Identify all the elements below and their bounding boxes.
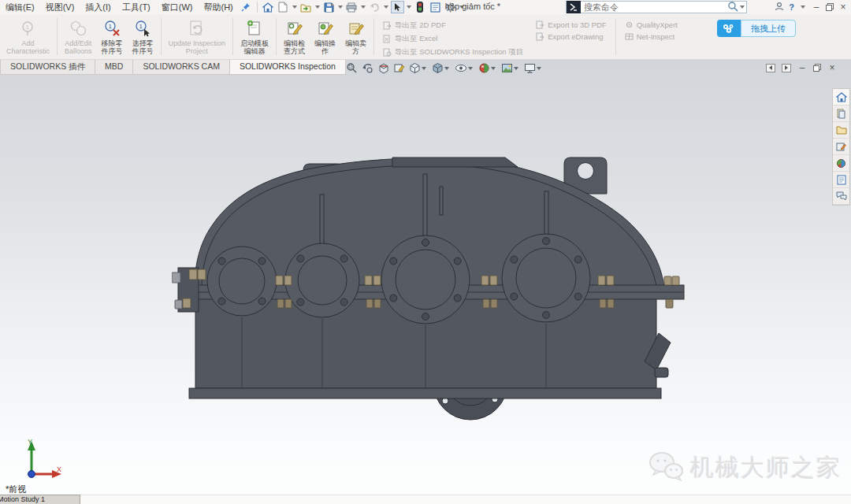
- x-axis-label: X: [57, 465, 61, 473]
- dynamic-annotation-views-icon[interactable]: [392, 61, 406, 75]
- gearbox-model[interactable]: [172, 151, 689, 424]
- ribbon-separator: [57, 18, 58, 55]
- doc-minimize-button[interactable]: –: [797, 62, 807, 73]
- save-icon[interactable]: *: [322, 1, 336, 13]
- add-characteristic-button[interactable]: 1 Add Characteristic: [2, 16, 54, 57]
- apply-scene-icon[interactable]: [500, 61, 521, 75]
- select-arrow-icon[interactable]: [391, 1, 404, 13]
- search-magnifier-icon[interactable]: [727, 1, 738, 13]
- edit-inspection-method-button[interactable]: 编辑检 查方式: [279, 16, 310, 57]
- file-properties-icon[interactable]: [429, 1, 442, 13]
- print-dropdown[interactable]: [361, 6, 366, 9]
- help-button[interactable]: ?: [789, 2, 794, 12]
- update-inspection-project-button[interactable]: Update Inspection Project: [164, 16, 231, 57]
- taskpane-view-palette-tab[interactable]: [833, 139, 849, 155]
- apply-scene-dropdown[interactable]: [514, 67, 518, 70]
- add-edit-balloons-button[interactable]: Add/Edit Balloons: [60, 16, 97, 57]
- taskpane-forum-tab[interactable]: [833, 188, 849, 205]
- remove-balloon-button[interactable]: 1 移除零 件序号: [97, 16, 128, 57]
- taskpane-home-tab[interactable]: [833, 89, 849, 106]
- select-balloon-button[interactable]: 1 选择零 件序号: [128, 16, 158, 57]
- button-label: 编辑检: [284, 39, 305, 47]
- export-2d-pdf[interactable]: 导出至 2D PDF: [383, 20, 523, 31]
- minimize-button[interactable]: –: [812, 2, 821, 13]
- button-label: 编辑操: [314, 39, 336, 47]
- new-document-dropdown[interactable]: [292, 6, 297, 9]
- command-search[interactable]: [566, 1, 747, 13]
- netdisk-upload-widget[interactable]: 拖拽上传: [717, 20, 796, 37]
- new-document-icon[interactable]: [277, 1, 290, 13]
- close-button[interactable]: ×: [838, 2, 848, 13]
- menu-bar: 编辑(E) 视图(V) 插入(I) 工具(T) 窗口(W) 帮助(H) *: [0, 0, 851, 14]
- menu-window[interactable]: 窗口(W): [156, 0, 199, 14]
- motion-study-tab[interactable]: Motion Study 1: [0, 495, 80, 504]
- export-3d-pdf[interactable]: Export to 3D PDF: [536, 20, 606, 29]
- edit-vendor-button[interactable]: 编辑卖 方: [340, 16, 371, 57]
- open-icon[interactable]: [299, 1, 313, 13]
- hide-show-items-icon[interactable]: [454, 61, 475, 75]
- previous-view-icon[interactable]: [361, 61, 374, 75]
- user-account-icon[interactable]: [775, 2, 784, 13]
- display-style-icon[interactable]: [431, 61, 452, 75]
- save-dropdown[interactable]: [338, 6, 343, 9]
- tab-mbd[interactable]: MBD: [95, 60, 133, 75]
- undo-dropdown[interactable]: [384, 6, 388, 9]
- export-edrawing[interactable]: Export eDrawing: [536, 32, 606, 41]
- help-dropdown[interactable]: [801, 6, 805, 9]
- view-orientation-icon[interactable]: [408, 61, 429, 75]
- print-icon[interactable]: [345, 1, 359, 13]
- edit-operation-button[interactable]: 编辑操 作: [310, 16, 340, 57]
- button-label: 移除零: [102, 39, 123, 47]
- drag-upload-button[interactable]: 拖拽上传: [741, 20, 796, 37]
- doc-close-button[interactable]: ×: [827, 62, 837, 73]
- view-orientation-dropdown[interactable]: [422, 67, 426, 70]
- template-editor-button[interactable]: 启动模板 编辑器: [236, 16, 273, 57]
- graphics-area[interactable]: SOLIDWORKS 插件 MBD SOLIDWORKS CAM SOLIDWO…: [0, 60, 851, 504]
- qualityxpert-button[interactable]: QualityXpert: [625, 20, 678, 29]
- edit-operation-icon: [316, 19, 335, 38]
- home-icon[interactable]: [262, 1, 275, 13]
- edit-appearance-dropdown[interactable]: [491, 67, 496, 70]
- rebuild-traffic-light-icon[interactable]: [414, 1, 427, 13]
- export-inspection-project[interactable]: 导出至 SOLIDWORKS Inspection 项目: [383, 47, 523, 57]
- taskpane-file-explorer-tab[interactable]: [833, 122, 849, 139]
- edit-appearance-icon[interactable]: [478, 61, 498, 75]
- tab-solidworks-inspection[interactable]: SOLIDWORKS Inspection: [229, 60, 346, 75]
- menu-insert[interactable]: 插入(I): [80, 0, 116, 14]
- y-axis-label: Y: [28, 438, 32, 446]
- menu-tools[interactable]: 工具(T): [117, 0, 156, 14]
- coordinate-triad: Y X: [11, 436, 66, 484]
- tab-solidworks-addins[interactable]: SOLIDWORKS 插件: [0, 60, 95, 75]
- net-inspect-button[interactable]: Net-Inspect: [625, 32, 678, 41]
- document-window-controls: – ×: [766, 62, 837, 73]
- menu-edit[interactable]: 编辑(E): [0, 0, 40, 14]
- pin-menu-icon[interactable]: [240, 1, 253, 13]
- select-dropdown[interactable]: [407, 6, 411, 9]
- tab-solidworks-cam[interactable]: SOLIDWORKS CAM: [132, 60, 229, 75]
- display-style-dropdown[interactable]: [444, 67, 449, 70]
- taskpane-appearances-tab[interactable]: [833, 155, 849, 172]
- restore-button[interactable]: [826, 3, 834, 11]
- taskpane-custom-properties-tab[interactable]: [833, 172, 849, 188]
- menu-view[interactable]: 视图(V): [40, 0, 80, 14]
- task-pane-strip: [832, 88, 850, 206]
- export-group-3d: Export to 3D PDF Export eDrawing: [530, 16, 612, 57]
- menu-help[interactable]: 帮助(H): [199, 0, 239, 14]
- search-scope-dropdown[interactable]: [740, 6, 745, 9]
- search-input[interactable]: [581, 2, 727, 12]
- solidworks-window: 编辑(E) 视图(V) 插入(I) 工具(T) 窗口(W) 帮助(H) *: [0, 0, 851, 504]
- hide-show-dropdown[interactable]: [468, 67, 473, 70]
- undo-icon[interactable]: [368, 1, 381, 13]
- doc-restore-button[interactable]: [813, 64, 821, 72]
- taskpane-design-library-tab[interactable]: [833, 106, 849, 122]
- export-label: Export eDrawing: [548, 32, 603, 41]
- view-settings-dropdown[interactable]: [537, 67, 541, 70]
- open-dropdown[interactable]: [315, 6, 320, 9]
- section-view-icon[interactable]: [377, 61, 390, 75]
- export-excel[interactable]: 导出至 Excel: [383, 34, 523, 44]
- netdisk-icon: [717, 20, 741, 37]
- view-settings-icon[interactable]: [523, 61, 544, 75]
- collapse-left-pane-button[interactable]: [766, 64, 775, 72]
- zoom-to-area-icon[interactable]: [345, 61, 359, 75]
- collapse-right-pane-button[interactable]: [782, 64, 791, 72]
